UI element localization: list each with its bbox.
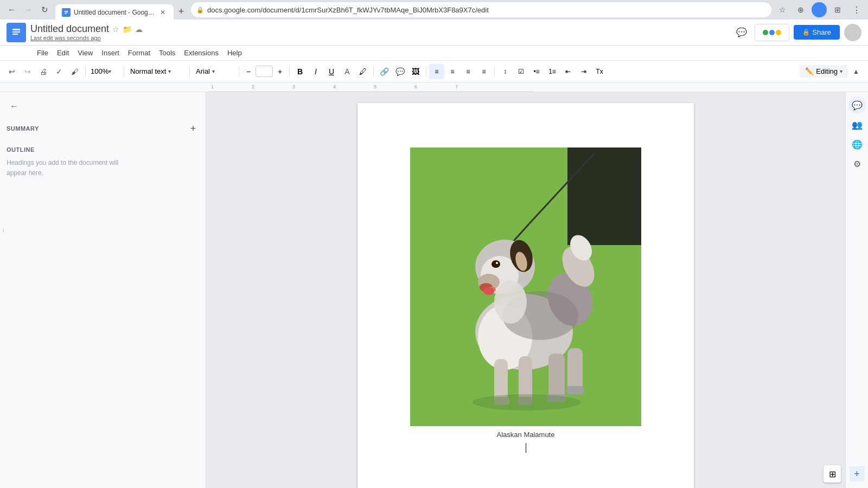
text-style-select[interactable]: Normal text ▾: [127, 67, 187, 75]
print-button[interactable]: 🖨: [36, 64, 51, 79]
meet-button[interactable]: [755, 24, 789, 41]
address-bar[interactable]: 🔒 docs.google.com/document/d/1cmrSurXzBh…: [191, 2, 771, 17]
doc-title-area: Untitled document ☆ 📁 ☁ Last edit was se…: [30, 23, 729, 41]
indent-more-button[interactable]: ⇥: [576, 64, 591, 79]
cloud-icon[interactable]: ☁: [135, 25, 143, 34]
browser-chrome: ← → ↻ Untitled document - Google Doc... …: [0, 0, 868, 20]
right-icon-settings[interactable]: ⚙: [848, 155, 866, 172]
editing-mode-label: Editing: [816, 67, 838, 75]
underline-button[interactable]: U: [324, 64, 339, 79]
user-avatar[interactable]: [844, 24, 861, 41]
right-icon-globe[interactable]: 🌐: [848, 136, 866, 153]
menu-edit[interactable]: Edit: [53, 48, 73, 58]
clear-formatting-button[interactable]: Tx: [592, 64, 607, 79]
bookmark-icon[interactable]: ☆: [775, 2, 790, 17]
align-center-button[interactable]: ≡: [445, 64, 460, 79]
menu-button[interactable]: ⋮: [848, 2, 864, 17]
new-tab-button[interactable]: +: [174, 4, 189, 20]
menu-help[interactable]: Help: [223, 48, 246, 58]
svg-rect-7: [12, 34, 18, 35]
justify-button[interactable]: ≡: [476, 64, 492, 79]
app-logo: [7, 23, 26, 42]
share-lock-icon: 🔒: [802, 29, 810, 36]
outline-title: OUTLINE: [7, 146, 35, 153]
doc-canvas[interactable]: Alaskan Malamute: [206, 92, 845, 488]
zoom-dropdown-icon: ▾: [108, 68, 111, 74]
forward-button[interactable]: →: [21, 2, 36, 17]
browser-controls: ← → ↻: [4, 2, 52, 20]
font-size-decrease[interactable]: −: [242, 65, 255, 78]
font-size-increase[interactable]: +: [273, 65, 286, 78]
zoom-area[interactable]: 100% ▾: [88, 67, 121, 75]
menu-tools[interactable]: Tools: [155, 48, 180, 58]
share-button[interactable]: 🔒 Share: [794, 25, 840, 40]
sidebar-back-button[interactable]: ←: [7, 99, 22, 114]
numbered-list-button[interactable]: 1≡: [545, 64, 560, 79]
extensions-button[interactable]: ⊞: [830, 2, 845, 17]
style-dropdown-icon: ▾: [168, 68, 171, 74]
link-button[interactable]: 🔗: [376, 64, 392, 79]
indent-less-button[interactable]: ⇤: [560, 64, 576, 79]
bold-button[interactable]: B: [292, 64, 308, 79]
outline-hint-part1: Headings you add to the document will: [7, 159, 118, 166]
toolbar-divider-4: [239, 66, 239, 77]
undo-button[interactable]: ↩: [4, 64, 20, 79]
right-icon-chat[interactable]: 💬: [848, 97, 866, 114]
comment-inline-button[interactable]: 💬: [392, 64, 407, 79]
line-spacing-button[interactable]: ↕: [497, 64, 513, 79]
summary-section: SUMMARY +: [7, 123, 199, 134]
doc-title[interactable]: Untitled document: [30, 23, 109, 35]
toolbar-collapse-button[interactable]: ▲: [848, 64, 864, 79]
summary-title: SUMMARY: [7, 125, 39, 132]
back-button[interactable]: ←: [4, 2, 20, 17]
svg-text:7: 7: [455, 84, 458, 89]
outline-section: OUTLINE Headings you add to the document…: [7, 145, 199, 178]
header-right: 💬 🔒 Share: [733, 24, 861, 41]
right-icon-people[interactable]: 👥: [848, 116, 866, 133]
italic-button[interactable]: I: [308, 64, 323, 79]
summary-add-button[interactable]: +: [187, 123, 199, 134]
doc-page: Alaskan Malamute: [358, 103, 694, 488]
star-icon[interactable]: ☆: [112, 25, 119, 34]
bullet-list-button[interactable]: •≡: [529, 64, 544, 79]
browser-tab[interactable]: Untitled document - Google Doc... ✕: [55, 4, 174, 21]
redo-button[interactable]: ↪: [20, 64, 35, 79]
menu-file[interactable]: File: [33, 48, 53, 58]
font-select[interactable]: Arial ▾: [193, 67, 236, 75]
menu-insert[interactable]: Insert: [97, 48, 124, 58]
menu-view[interactable]: View: [73, 48, 97, 58]
google-lens-icon[interactable]: ⊕: [793, 2, 808, 17]
dog-image[interactable]: [410, 147, 641, 426]
image-button[interactable]: 🖼: [408, 64, 423, 79]
svg-rect-18: [567, 147, 641, 245]
menu-extensions[interactable]: Extensions: [180, 48, 223, 58]
doc-image-wrapper[interactable]: Alaskan Malamute: [397, 147, 655, 453]
text-color-button[interactable]: A: [340, 64, 355, 79]
move-icon[interactable]: 📁: [123, 25, 132, 34]
font-size-input[interactable]: 11: [256, 66, 273, 77]
add-to-doc-button[interactable]: ⊞: [824, 465, 841, 483]
align-left-button[interactable]: ≡: [429, 64, 444, 79]
url-text: docs.google.com/document/d/1cmrSurXzBh6T…: [207, 6, 489, 14]
svg-point-46: [473, 394, 581, 410]
svg-point-32: [483, 287, 494, 295]
profile-button[interactable]: [812, 2, 827, 17]
checklist-button[interactable]: ☑: [513, 64, 528, 79]
toolbar-divider-3: [189, 66, 190, 77]
menu-format[interactable]: Format: [124, 48, 155, 58]
comment-button[interactable]: 💬: [733, 24, 750, 41]
spellcheck-button[interactable]: ✓: [52, 64, 67, 79]
paint-format-button[interactable]: 🖌: [67, 64, 82, 79]
editing-mode-badge[interactable]: ✏️ Editing ▾: [800, 65, 848, 78]
align-right-button[interactable]: ≡: [461, 64, 476, 79]
reload-button[interactable]: ↻: [37, 2, 52, 17]
svg-rect-3: [65, 14, 67, 14]
tab-close-icon[interactable]: ✕: [158, 8, 167, 17]
svg-rect-1: [65, 11, 68, 12]
menu-bar: File Edit View Insert Format Tools Exten…: [0, 46, 868, 61]
highlight-button[interactable]: 🖊: [355, 64, 371, 79]
svg-text:1: 1: [211, 84, 214, 89]
right-add-button[interactable]: +: [850, 466, 865, 481]
sidebar-back-area: ←: [7, 99, 199, 114]
toolbar-divider-7: [426, 66, 426, 77]
